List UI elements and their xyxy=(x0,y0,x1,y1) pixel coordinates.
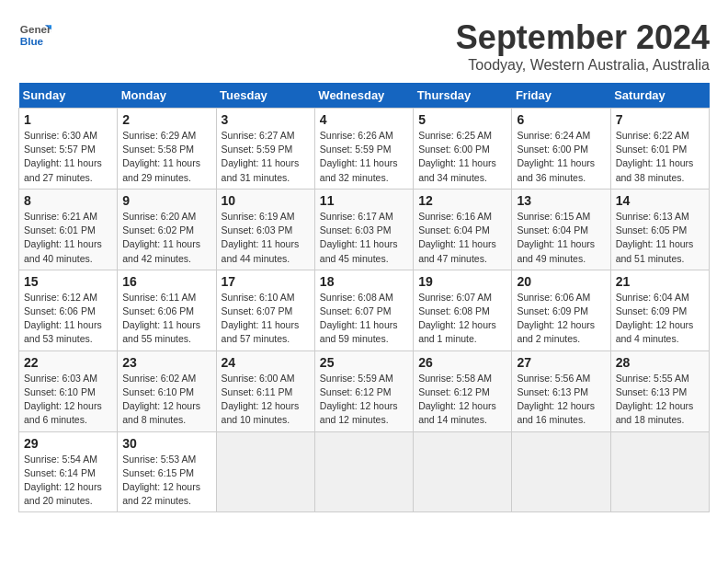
day-info: Sunrise: 6:17 AM Sunset: 6:03 PM Dayligh… xyxy=(320,210,408,266)
calendar-cell: 24Sunrise: 6:00 AM Sunset: 6:11 PM Dayli… xyxy=(216,350,314,431)
day-info: Sunrise: 5:59 AM Sunset: 6:12 PM Dayligh… xyxy=(320,372,408,428)
svg-text:General: General xyxy=(20,23,51,35)
day-info: Sunrise: 6:04 AM Sunset: 6:09 PM Dayligh… xyxy=(616,291,704,347)
day-header-friday: Friday xyxy=(512,83,610,109)
svg-text:Blue: Blue xyxy=(20,35,44,47)
calendar-cell: 13Sunrise: 6:15 AM Sunset: 6:04 PM Dayli… xyxy=(512,189,610,270)
day-number: 9 xyxy=(122,193,210,208)
day-info: Sunrise: 6:13 AM Sunset: 6:05 PM Dayligh… xyxy=(616,210,704,266)
day-header-tuesday: Tuesday xyxy=(216,83,314,109)
calendar-cell: 21Sunrise: 6:04 AM Sunset: 6:09 PM Dayli… xyxy=(610,270,709,350)
day-info: Sunrise: 6:10 AM Sunset: 6:07 PM Dayligh… xyxy=(222,291,310,347)
day-number: 13 xyxy=(517,193,605,208)
day-header-sunday: Sunday xyxy=(19,83,118,109)
calendar-cell: 17Sunrise: 6:10 AM Sunset: 6:07 PM Dayli… xyxy=(216,270,314,350)
calendar-cell: 15Sunrise: 6:12 AM Sunset: 6:06 PM Dayli… xyxy=(19,270,118,350)
day-number: 27 xyxy=(517,355,605,370)
logo-icon: General Blue xyxy=(18,18,51,52)
calendar-header-row: SundayMondayTuesdayWednesdayThursdayFrid… xyxy=(19,83,710,109)
day-number: 29 xyxy=(24,436,112,451)
calendar-week-row: 22Sunrise: 6:03 AM Sunset: 6:10 PM Dayli… xyxy=(19,350,710,431)
day-info: Sunrise: 6:12 AM Sunset: 6:06 PM Dayligh… xyxy=(24,291,112,347)
day-number: 28 xyxy=(616,355,704,370)
day-number: 26 xyxy=(418,355,506,370)
calendar-cell: 18Sunrise: 6:08 AM Sunset: 6:07 PM Dayli… xyxy=(314,270,413,350)
day-number: 30 xyxy=(122,436,210,451)
day-number: 1 xyxy=(24,112,112,127)
day-info: Sunrise: 6:26 AM Sunset: 5:59 PM Dayligh… xyxy=(320,129,408,185)
day-header-saturday: Saturday xyxy=(610,83,709,109)
day-number: 25 xyxy=(320,355,408,370)
month-title: September 2024 xyxy=(456,18,710,57)
location: Toodyay, Western Australia, Australia xyxy=(456,57,710,74)
day-info: Sunrise: 6:06 AM Sunset: 6:09 PM Dayligh… xyxy=(517,291,605,347)
calendar-cell: 19Sunrise: 6:07 AM Sunset: 6:08 PM Dayli… xyxy=(414,270,512,350)
day-info: Sunrise: 6:16 AM Sunset: 6:04 PM Dayligh… xyxy=(418,210,506,266)
day-number: 20 xyxy=(517,274,605,289)
day-info: Sunrise: 6:24 AM Sunset: 6:00 PM Dayligh… xyxy=(517,129,605,185)
day-number: 6 xyxy=(517,112,605,127)
page-header: General Blue September 2024 Toodyay, Wes… xyxy=(18,18,710,74)
calendar-week-row: 1Sunrise: 6:30 AM Sunset: 5:57 PM Daylig… xyxy=(19,109,710,190)
calendar-cell: 28Sunrise: 5:55 AM Sunset: 6:13 PM Dayli… xyxy=(610,350,709,431)
calendar-cell: 3Sunrise: 6:27 AM Sunset: 5:59 PM Daylig… xyxy=(216,109,314,190)
calendar-cell: 30Sunrise: 5:53 AM Sunset: 6:15 PM Dayli… xyxy=(118,431,216,512)
day-info: Sunrise: 6:25 AM Sunset: 6:00 PM Dayligh… xyxy=(418,129,506,185)
calendar-cell: 4Sunrise: 6:26 AM Sunset: 5:59 PM Daylig… xyxy=(314,109,413,190)
day-number: 18 xyxy=(320,274,408,289)
day-info: Sunrise: 6:08 AM Sunset: 6:07 PM Dayligh… xyxy=(320,291,408,347)
calendar-cell: 22Sunrise: 6:03 AM Sunset: 6:10 PM Dayli… xyxy=(19,350,118,431)
day-info: Sunrise: 6:19 AM Sunset: 6:03 PM Dayligh… xyxy=(222,210,310,266)
day-number: 16 xyxy=(122,274,210,289)
day-info: Sunrise: 6:11 AM Sunset: 6:06 PM Dayligh… xyxy=(122,291,210,347)
calendar-cell: 23Sunrise: 6:02 AM Sunset: 6:10 PM Dayli… xyxy=(118,350,216,431)
calendar-cell xyxy=(512,431,610,512)
day-number: 5 xyxy=(418,112,506,127)
calendar-cell: 11Sunrise: 6:17 AM Sunset: 6:03 PM Dayli… xyxy=(314,189,413,270)
day-info: Sunrise: 6:30 AM Sunset: 5:57 PM Dayligh… xyxy=(24,129,112,185)
calendar-cell: 1Sunrise: 6:30 AM Sunset: 5:57 PM Daylig… xyxy=(19,109,118,190)
calendar-cell: 2Sunrise: 6:29 AM Sunset: 5:58 PM Daylig… xyxy=(118,109,216,190)
calendar-cell: 14Sunrise: 6:13 AM Sunset: 6:05 PM Dayli… xyxy=(610,189,709,270)
day-info: Sunrise: 5:55 AM Sunset: 6:13 PM Dayligh… xyxy=(616,372,704,428)
calendar-table: SundayMondayTuesdayWednesdayThursdayFrid… xyxy=(18,83,710,512)
calendar-cell: 25Sunrise: 5:59 AM Sunset: 6:12 PM Dayli… xyxy=(314,350,413,431)
day-header-thursday: Thursday xyxy=(414,83,512,109)
calendar-cell xyxy=(216,431,314,512)
title-block: September 2024 Toodyay, Western Australi… xyxy=(456,18,710,74)
day-info: Sunrise: 5:53 AM Sunset: 6:15 PM Dayligh… xyxy=(122,453,210,509)
day-number: 11 xyxy=(320,193,408,208)
calendar-cell: 7Sunrise: 6:22 AM Sunset: 6:01 PM Daylig… xyxy=(610,109,709,190)
day-info: Sunrise: 6:02 AM Sunset: 6:10 PM Dayligh… xyxy=(122,372,210,428)
day-number: 15 xyxy=(24,274,112,289)
day-number: 12 xyxy=(418,193,506,208)
day-number: 14 xyxy=(616,193,704,208)
calendar-cell: 20Sunrise: 6:06 AM Sunset: 6:09 PM Dayli… xyxy=(512,270,610,350)
calendar-cell xyxy=(610,431,709,512)
day-info: Sunrise: 6:27 AM Sunset: 5:59 PM Dayligh… xyxy=(222,129,310,185)
day-number: 19 xyxy=(418,274,506,289)
day-info: Sunrise: 6:29 AM Sunset: 5:58 PM Dayligh… xyxy=(122,129,210,185)
calendar-cell: 16Sunrise: 6:11 AM Sunset: 6:06 PM Dayli… xyxy=(118,270,216,350)
day-info: Sunrise: 5:56 AM Sunset: 6:13 PM Dayligh… xyxy=(517,372,605,428)
calendar-cell: 12Sunrise: 6:16 AM Sunset: 6:04 PM Dayli… xyxy=(414,189,512,270)
day-info: Sunrise: 6:03 AM Sunset: 6:10 PM Dayligh… xyxy=(24,372,112,428)
day-number: 2 xyxy=(122,112,210,127)
calendar-cell: 9Sunrise: 6:20 AM Sunset: 6:02 PM Daylig… xyxy=(118,189,216,270)
calendar-week-row: 8Sunrise: 6:21 AM Sunset: 6:01 PM Daylig… xyxy=(19,189,710,270)
calendar-cell: 6Sunrise: 6:24 AM Sunset: 6:00 PM Daylig… xyxy=(512,109,610,190)
day-number: 8 xyxy=(24,193,112,208)
day-info: Sunrise: 6:00 AM Sunset: 6:11 PM Dayligh… xyxy=(222,372,310,428)
day-header-monday: Monday xyxy=(118,83,216,109)
day-info: Sunrise: 6:21 AM Sunset: 6:01 PM Dayligh… xyxy=(24,210,112,266)
day-info: Sunrise: 5:54 AM Sunset: 6:14 PM Dayligh… xyxy=(24,453,112,509)
day-header-wednesday: Wednesday xyxy=(314,83,413,109)
day-number: 22 xyxy=(24,355,112,370)
calendar-cell: 26Sunrise: 5:58 AM Sunset: 6:12 PM Dayli… xyxy=(414,350,512,431)
calendar-cell: 8Sunrise: 6:21 AM Sunset: 6:01 PM Daylig… xyxy=(19,189,118,270)
calendar-cell: 29Sunrise: 5:54 AM Sunset: 6:14 PM Dayli… xyxy=(19,431,118,512)
day-info: Sunrise: 6:15 AM Sunset: 6:04 PM Dayligh… xyxy=(517,210,605,266)
day-number: 17 xyxy=(222,274,310,289)
logo: General Blue xyxy=(18,18,51,52)
day-info: Sunrise: 6:07 AM Sunset: 6:08 PM Dayligh… xyxy=(418,291,506,347)
